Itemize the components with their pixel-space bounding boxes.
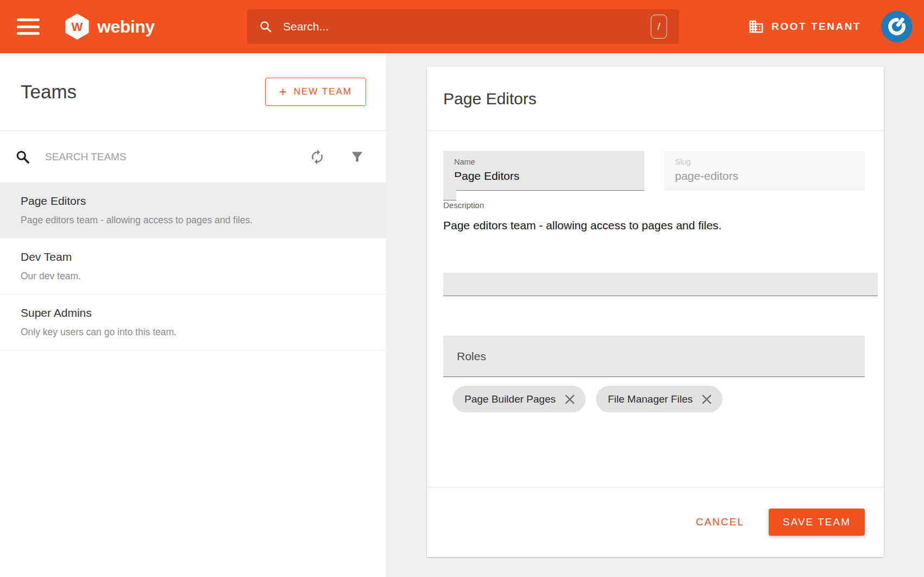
role-chip-label: File Manager Files [608,393,693,405]
teams-panel-header: Teams + NEW TEAM [0,53,386,131]
main-content: Teams + NEW TEAM [0,53,924,577]
brand-name: webiny [97,17,154,37]
roles-field[interactable]: Roles [443,336,865,377]
new-team-button-label: NEW TEAM [294,86,352,97]
svg-text:W: W [72,20,83,34]
cancel-button[interactable]: CANCEL [693,511,747,534]
close-icon [565,394,575,404]
team-editor-header: Page Editors [427,67,884,131]
slug-input [675,170,854,183]
tenant-selector[interactable]: ROOT TENANT [748,18,861,35]
team-description: Page editors team - allowing access to p… [21,215,366,226]
save-team-button[interactable]: SAVE TEAM [769,509,865,536]
refresh-button[interactable] [309,149,325,165]
global-search-bar[interactable]: / [247,9,679,44]
team-editor-card: Page Editors Name Slug Description [427,67,884,557]
refresh-icon [309,149,325,165]
role-chip-file-manager-files: File Manager Files [596,386,722,412]
user-avatar[interactable] [881,11,913,42]
roles-chips: Page Builder Pages File Manager Files [443,386,865,412]
name-field-label: Name [454,158,633,166]
name-field[interactable]: Name [443,151,644,191]
team-name: Dev Team [21,250,366,264]
team-editor-form: Name Slug Description Roles [427,131,884,487]
teams-panel: Teams + NEW TEAM [0,53,386,577]
roles-field-label: Roles [457,350,486,363]
team-description: Only key users can go into this team. [21,327,366,338]
global-search-input[interactable] [283,20,651,33]
remove-role-button[interactable] [565,394,575,404]
teams-search-input[interactable] [45,151,309,163]
description-field-label: Description [443,200,865,210]
team-list-item-dev-team[interactable]: Dev Team Our dev team. [0,239,386,294]
role-chip-label: Page Builder Pages [464,393,556,405]
team-name: Super Admins [21,306,366,319]
search-icon [15,149,30,164]
name-input[interactable] [454,170,633,183]
filter-icon [350,149,364,164]
close-icon [702,394,712,404]
header-right-cluster: ROOT TENANT [748,11,913,42]
description-input[interactable] [443,218,865,294]
team-list-item-super-admins[interactable]: Super Admins Only key users can go into … [0,294,386,350]
filter-button[interactable] [350,149,364,164]
plus-icon: + [279,84,287,99]
team-description: Our dev team. [21,271,366,282]
slug-field-label: Slug [675,158,854,166]
search-icon [259,20,272,33]
tenant-label: ROOT TENANT [771,21,861,33]
team-name: Page Editors [21,195,366,208]
name-slug-row: Name Slug [443,131,865,191]
hamburger-menu-icon[interactable] [17,18,40,35]
page-title: Teams [21,81,77,103]
description-field[interactable]: Description [443,177,878,296]
team-editor-actions: CANCEL SAVE TEAM [427,487,884,557]
team-editor-panel: Page Editors Name Slug Description [386,53,924,577]
remove-role-button[interactable] [702,394,712,404]
building-icon [748,18,764,35]
team-list-item-page-editors[interactable]: Page Editors Page editors team - allowin… [0,183,386,239]
slug-field: Slug [664,151,865,191]
team-editor-title: Page Editors [443,90,537,108]
teams-search-bar [0,131,386,183]
role-chip-page-builder-pages: Page Builder Pages [452,386,586,412]
app-header: W webiny / ROOT TENANT [0,0,924,53]
search-shortcut-key: / [651,15,667,39]
teams-list: Page Editors Page editors team - allowin… [0,183,386,577]
webiny-hexagon-icon: W [64,14,90,40]
webiny-logo[interactable]: W webiny [64,14,154,40]
new-team-button[interactable]: + NEW TEAM [265,78,366,106]
